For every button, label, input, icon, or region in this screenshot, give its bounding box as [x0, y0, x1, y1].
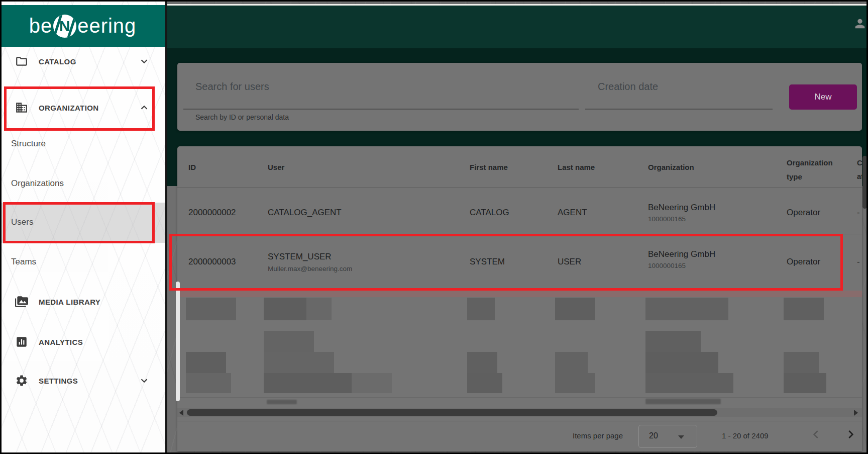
cell-first-name: SYSTEM — [470, 257, 505, 267]
items-per-page-label: Items per page — [573, 431, 623, 440]
sidebar-item-settings[interactable]: SETTINGS — [0, 369, 165, 393]
sidebar-item-organizations[interactable]: Organizations — [11, 178, 64, 189]
gear-icon — [15, 374, 28, 387]
brand-header: beNeering — [0, 5, 165, 47]
cell-created-at: - — [857, 257, 860, 267]
sidebar: CATALOG ORGANIZATION Structure Organizat… — [0, 0, 165, 452]
cell-organization-id: 1000000165 — [648, 262, 686, 269]
previous-page-button[interactable] — [810, 428, 823, 441]
row-divider — [177, 234, 862, 234]
logo-text: be — [29, 15, 53, 37]
annotation-shadow — [177, 291, 862, 297]
page-range-label: 1 - 20 of 2409 — [722, 431, 769, 440]
sidebar-item-label: ORGANIZATION — [39, 104, 99, 112]
cell-organization: BeNeering GmbH — [648, 203, 715, 213]
creation-date-input[interactable] — [598, 81, 764, 93]
sidebar-item-label: SETTINGS — [39, 377, 78, 385]
paginator-divider — [177, 421, 862, 421]
col-header-user[interactable]: User — [268, 163, 284, 171]
cell-created-at: - — [857, 208, 860, 218]
search-hint: Search by ID or personal data — [195, 113, 289, 121]
cell-last-name: AGENT — [558, 208, 587, 218]
sidebar-item-organization[interactable]: ORGANIZATION — [0, 96, 165, 120]
col-header-first-name[interactable]: First name — [470, 163, 508, 171]
clipped-row-text — [645, 399, 721, 404]
cell-last-name: USER — [558, 257, 581, 267]
cell-id: 2000000002 — [188, 208, 236, 218]
logo-n-badge: N — [53, 15, 76, 38]
clipped-row-text — [267, 400, 297, 404]
sidebar-item-label: ANALYTICS — [39, 338, 83, 346]
header-divider — [177, 187, 862, 188]
col-header-last-name[interactable]: Last name — [558, 163, 595, 171]
logo-text: eering — [77, 15, 136, 37]
sidebar-item-analytics[interactable]: ANALYTICS — [0, 330, 165, 354]
chevron-down-icon — [139, 375, 150, 386]
page-size-value: 20 — [649, 431, 658, 440]
sidebar-item-teams[interactable]: Teams — [11, 257, 36, 267]
cell-user: SYSTEM_USER — [268, 252, 332, 262]
sidebar-item-catalog[interactable]: CATALOG — [0, 49, 165, 73]
next-page-button[interactable] — [844, 428, 857, 441]
search-underline — [183, 109, 579, 110]
row-divider — [177, 397, 862, 398]
new-user-button[interactable]: New — [789, 84, 857, 110]
col-header-created-at[interactable]: Created at — [857, 156, 862, 183]
building-icon — [15, 101, 28, 114]
scroll-right-arrow[interactable] — [854, 410, 858, 416]
sidebar-divider — [165, 0, 167, 454]
chevron-down-icon — [139, 56, 150, 67]
sidebar-item-media-library[interactable]: MEDIA LIBRARY — [0, 290, 165, 314]
sidebar-item-users[interactable]: Users — [11, 217, 33, 227]
media-library-icon — [15, 295, 28, 308]
app-window: Search by ID or personal data New ID Use… — [0, 0, 868, 454]
chevron-up-icon — [139, 102, 150, 113]
cell-first-name: CATALOG — [470, 208, 509, 218]
sidebar-item-label: MEDIA LIBRARY — [39, 298, 100, 306]
scroll-left-arrow[interactable] — [179, 410, 183, 416]
cell-organization-type: Operator — [787, 257, 820, 267]
top-app-bar — [167, 6, 866, 48]
horizontal-scrollbar-thumb[interactable] — [187, 409, 717, 416]
page-size-select[interactable]: 20 — [638, 425, 697, 448]
select-caret-icon — [678, 435, 684, 439]
col-header-organization-type[interactable]: Organization type — [787, 156, 842, 184]
cell-organization-type: Operator — [787, 208, 820, 218]
beneering-logo: beNeering — [29, 15, 137, 38]
users-table-card: ID User First name Last name Organizatio… — [177, 146, 862, 451]
analytics-icon — [15, 335, 28, 348]
folder-icon — [15, 55, 28, 68]
cell-organization: BeNeering GmbH — [648, 249, 715, 259]
user-filter-card: Search by ID or personal data New — [177, 63, 862, 131]
cell-user: CATALOG_AGENT — [268, 208, 342, 218]
sidebar-item-structure[interactable]: Structure — [11, 139, 46, 149]
sidebar-item-label: CATALOG — [39, 57, 76, 66]
search-users-input[interactable] — [195, 81, 577, 93]
vertical-scrollbar-thumb[interactable] — [862, 156, 867, 209]
cell-user-email: Muller.max@beneering.com — [268, 265, 352, 273]
cell-id: 2000000003 — [188, 257, 236, 267]
creation-date-underline — [585, 109, 773, 110]
left-scrollbar-strip[interactable] — [176, 282, 180, 401]
col-header-id[interactable]: ID — [188, 163, 196, 171]
cell-organization-id: 1000000165 — [648, 215, 686, 223]
col-header-organization[interactable]: Organization — [648, 163, 694, 171]
user-account-icon[interactable] — [853, 17, 867, 31]
